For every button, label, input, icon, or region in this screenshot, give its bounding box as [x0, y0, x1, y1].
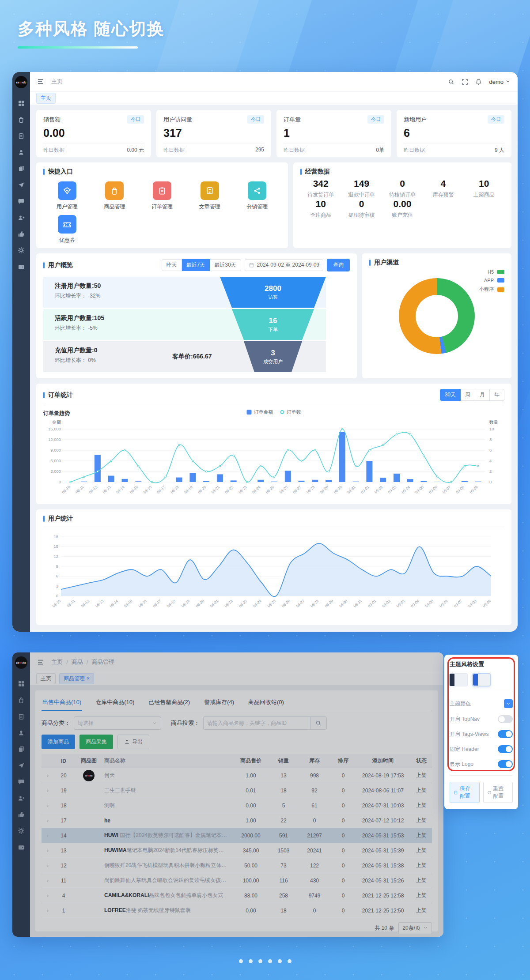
sidebar-item-settings-gear-icon[interactable]	[18, 247, 25, 254]
range-button-周[interactable]: 周	[461, 389, 475, 401]
quick-entry-用户管理[interactable]: 用户管理	[43, 181, 91, 211]
fullscreen-button[interactable]	[462, 79, 468, 85]
carousel-dot-5[interactable]	[278, 959, 282, 963]
toggle-固定 Header[interactable]	[498, 745, 513, 753]
expand-row-icon[interactable]: ›	[42, 878, 54, 884]
collapse-menu-icon[interactable]	[37, 78, 44, 85]
range-button-30天[interactable]: 30天	[440, 389, 461, 401]
cell-status[interactable]: 上架	[411, 802, 432, 809]
cell-status[interactable]: 上架	[411, 892, 432, 899]
expand-row-icon[interactable]: ›	[42, 833, 54, 839]
product-search-input[interactable]	[203, 716, 310, 730]
table-row[interactable]: › 4 CAMILA&KORALI品牌包包女包斜挎单肩小包女式 88.00 25…	[42, 888, 432, 903]
sidebar-item-operation-thumb-icon[interactable]	[18, 811, 25, 818]
query-button[interactable]: 查询	[327, 259, 350, 271]
tab-警戒库存(4)[interactable]: 警戒库存(4)	[203, 695, 235, 711]
stat-card-3[interactable]: 新增用户 今日 6 昨日数据 9 人	[397, 110, 511, 157]
sidebar-item-distribution-user-icon[interactable]	[18, 795, 25, 802]
cell-status[interactable]: 上架	[411, 832, 432, 839]
category-select[interactable]: 请选择	[74, 716, 161, 730]
tab-商品回收站(0)[interactable]: 商品回收站(0)	[247, 695, 285, 711]
expand-row-icon[interactable]: ›	[42, 908, 54, 914]
date-range-picker[interactable]: 2024-09-02 至 2024-09-09	[245, 259, 323, 271]
breadcrumb-item[interactable]: 商品	[72, 658, 83, 666]
sidebar-item-grid-icon[interactable]	[18, 100, 25, 107]
range-button-月[interactable]: 月	[475, 389, 490, 401]
sidebar-item-distribution-user-icon[interactable]	[18, 214, 25, 221]
reset-config-button[interactable]: 重置配置	[483, 782, 513, 803]
sidebar-item-settings-gear-icon[interactable]	[18, 827, 25, 834]
sidebar-item-order-clipboard-icon[interactable]	[18, 713, 25, 720]
expand-row-icon[interactable]: ›	[42, 818, 54, 824]
sidebar-item-message-chat-icon[interactable]	[18, 778, 25, 785]
legend-item[interactable]: H5	[479, 269, 504, 275]
cell-status[interactable]: 上架	[411, 877, 432, 884]
expand-row-icon[interactable]: ›	[42, 848, 54, 854]
collect-product-button[interactable]: 商品采集	[80, 735, 113, 749]
expand-row-icon[interactable]: ›	[42, 893, 54, 899]
carousel-dot-6[interactable]	[288, 959, 292, 963]
sidebar-item-content-pages-icon[interactable]	[18, 165, 25, 172]
tag-主页[interactable]: 主页	[36, 673, 56, 684]
sidebar-item-user-icon[interactable]	[18, 729, 25, 736]
tab-出售中商品(10)[interactable]: 出售中商品(10)	[42, 695, 82, 711]
carousel-dot-4[interactable]	[268, 959, 272, 963]
sidebar-item-marketing-plane-icon[interactable]	[18, 762, 25, 769]
search-button[interactable]	[310, 716, 327, 730]
carousel-dot-3[interactable]	[258, 959, 262, 963]
quick-entry-优惠券[interactable]: 优惠券	[43, 215, 91, 244]
sidebar-item-goods-bag-icon[interactable]	[18, 697, 25, 704]
user-menu[interactable]: demo	[489, 79, 511, 85]
sidebar-item-user-icon[interactable]	[18, 149, 25, 156]
stat-card-1[interactable]: 用户访问量 今日 317 昨日数据 295	[156, 110, 271, 157]
sidebar-item-grid-icon[interactable]	[18, 680, 25, 687]
breadcrumb-item[interactable]: 主页	[51, 658, 63, 666]
expand-row-icon[interactable]: ›	[42, 788, 54, 794]
expand-row-icon[interactable]: ›	[42, 773, 54, 779]
table-row[interactable]: › 13 HUWIMA笔记本电脑2024新款14代酷睿标压标英特尔酷睿i7独显4…	[42, 843, 432, 858]
toggle-开启 TopNav[interactable]	[498, 715, 513, 723]
quick-entry-文章管理[interactable]: 文章管理	[186, 181, 234, 211]
save-config-button[interactable]: 保存配置	[450, 782, 480, 803]
sidebar-item-order-clipboard-icon[interactable]	[18, 132, 25, 139]
range-button-最近7天[interactable]: 最近7天	[182, 259, 210, 271]
carousel-dot-2[interactable]	[249, 959, 253, 963]
theme-preview-blue[interactable]	[473, 674, 490, 686]
breadcrumb[interactable]: 主页	[51, 78, 63, 86]
cell-status[interactable]: 上架	[411, 847, 432, 854]
table-row[interactable]: › 20 crmeb 何天 1.00 13 998 0 2024-08-19 1…	[42, 768, 432, 783]
app-logo[interactable]: crmeb	[15, 76, 27, 88]
search-button[interactable]	[448, 79, 454, 85]
export-button[interactable]: 导出	[117, 735, 149, 749]
cell-status[interactable]: 上架	[411, 772, 432, 779]
legend-item[interactable]: 小程序	[479, 286, 504, 293]
carousel-dot-1[interactable]	[239, 959, 243, 963]
range-button-年[interactable]: 年	[490, 389, 504, 401]
range-button-昨天[interactable]: 昨天	[162, 259, 182, 271]
breadcrumb-item[interactable]: 商品管理	[91, 658, 114, 666]
stat-card-2[interactable]: 订单量 今日 1 昨日数据 0单	[276, 110, 391, 157]
cell-status[interactable]: 上架	[411, 787, 432, 794]
sidebar-item-goods-bag-icon[interactable]	[18, 116, 25, 123]
tab-仓库中商品(10)[interactable]: 仓库中商品(10)	[95, 695, 135, 711]
toggle-显示 Logo[interactable]	[498, 760, 513, 768]
sidebar-item-marketing-plane-icon[interactable]	[18, 181, 25, 188]
sidebar-item-finance-wallet-icon[interactable]	[18, 263, 25, 270]
theme-color-swatch[interactable]	[504, 699, 513, 708]
quick-entry-订单管理[interactable]: 订单管理	[138, 181, 186, 211]
table-row[interactable]: › 19 三生三世手链 0.01 18 92 0 2024-08-06 11:0…	[42, 783, 432, 798]
cell-status[interactable]: 上架	[411, 817, 432, 824]
cell-status[interactable]: 上架	[411, 862, 432, 869]
table-row[interactable]: › 18 测啊 0.00 5 61 0 2024-07-31 10:03 上架	[42, 798, 432, 813]
table-row[interactable]: › 1 LOFREE洛斐 奶茶无线蓝牙键鼠套装 0.00 18 0 0 2021…	[42, 903, 432, 918]
quick-entry-商品管理[interactable]: 商品管理	[91, 181, 139, 211]
expand-row-icon[interactable]: ›	[42, 863, 54, 869]
sidebar-item-content-pages-icon[interactable]	[18, 746, 25, 753]
legend-item[interactable]: APP	[479, 278, 504, 283]
table-row[interactable]: › 12 俏嘴猴歼20战斗飞机模型玩具积木拼装小颗粒立体3d拼插军事基地8836…	[42, 858, 432, 873]
page-size-select[interactable]: 20条/页	[398, 922, 432, 934]
table-row[interactable]: › 11 尚韵跳舞仙人掌玩具会唱歌会说话的复读毛绒女孩男孩六一儿童节礼物 100…	[42, 873, 432, 888]
stat-card-0[interactable]: 销售额 今日 0.00 昨日数据 0.00 元	[36, 110, 151, 157]
table-row[interactable]: › 14 HUWI 国行【2024款英特尔可选酷睿】金属笔记本电脑轻薄本大学生上…	[42, 828, 432, 843]
tag-商品管理[interactable]: 商品管理×	[59, 673, 94, 684]
